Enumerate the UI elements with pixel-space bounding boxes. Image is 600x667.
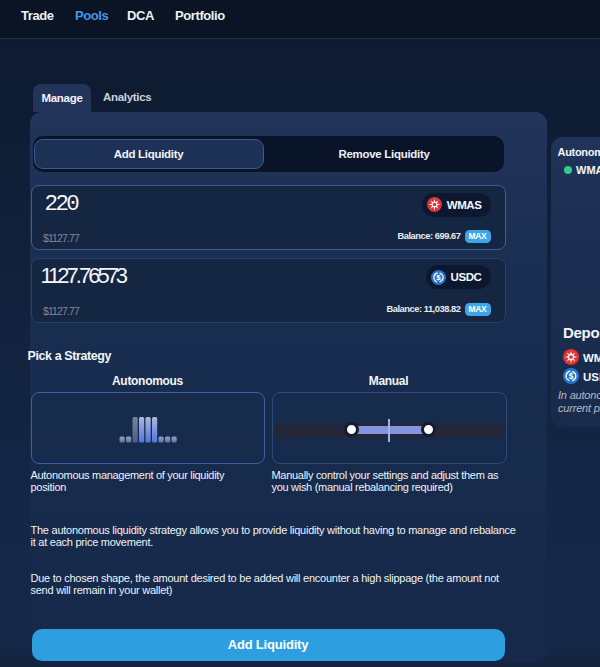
svg-text:$: $	[436, 273, 441, 282]
svg-text:$: $	[568, 371, 573, 381]
